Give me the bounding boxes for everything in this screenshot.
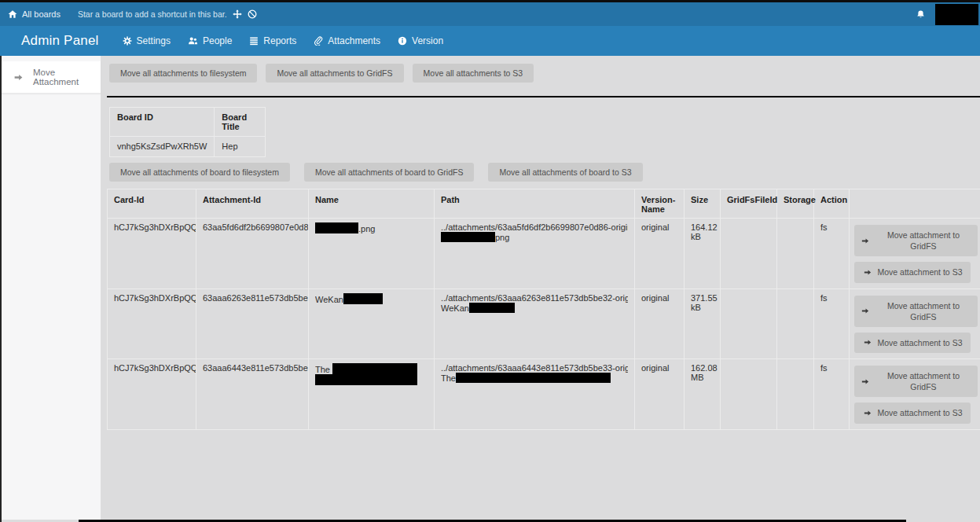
board-title-header: Board Title	[215, 108, 266, 137]
bell-icon[interactable]	[916, 9, 926, 20]
cell-storage	[777, 219, 814, 289]
name-header: Name	[309, 189, 435, 219]
move-all-to-filesystem-button[interactable]: Move all attachments to filesystem	[109, 64, 257, 83]
all-boards-label: All boards	[22, 9, 61, 19]
redacted-text	[456, 373, 611, 383]
cell-path: ../attachments/63aaa6443e811e573db5be33-…	[435, 359, 635, 430]
redacted-text	[332, 363, 417, 374]
cell-card-id: hCJ7kSg3hDXrBpQQa	[108, 289, 196, 359]
attachment-row: hCJ7kSg3hDXrBpQQa63aaa6263e811e573db5be3…	[108, 289, 980, 359]
move-attachment-to-s3-button[interactable]: Move attachment to S3	[854, 262, 971, 282]
cell-action: fs	[814, 219, 850, 289]
tab-version[interactable]: Version	[398, 35, 443, 46]
cell-gridfs-file-id	[721, 289, 777, 359]
sidebar: Move Attachment	[0, 56, 101, 520]
cell-storage	[777, 359, 814, 430]
tab-attachments[interactable]: Attachments	[314, 35, 380, 46]
move-icon[interactable]	[233, 9, 242, 19]
user-menu-redacted[interactable]	[935, 4, 978, 25]
window-left-edge	[0, 56, 2, 522]
ban-icon[interactable]	[248, 9, 257, 19]
attachments-table: Card-Id Attachment-Id Name Path Version-…	[107, 189, 980, 430]
cell-version-name: original	[635, 359, 685, 430]
redacted-text	[315, 374, 417, 385]
cell-gridfs-file-id	[721, 219, 777, 289]
action-header: Action	[814, 189, 850, 219]
board-actions: Move all attachments of board to filesys…	[109, 163, 980, 182]
paperclip-icon	[314, 36, 323, 46]
tab-version-label: Version	[412, 35, 443, 46]
attachments-table-body: hCJ7kSg3hDXrBpQQa63aa5fd6df2b6699807e0d8…	[108, 219, 980, 430]
tab-reports[interactable]: Reports	[249, 35, 296, 46]
board-id-header: Board ID	[110, 108, 215, 137]
all-boards-link[interactable]: All boards	[8, 9, 61, 19]
storage-header: Storage	[777, 189, 814, 219]
move-attachment-to-s3-button[interactable]: Move attachment to S3	[854, 333, 971, 353]
move-board-to-s3-button[interactable]: Move all attachments of board to S3	[488, 163, 642, 182]
cell-attachment-id: 63aaa6443e811e573db5be33	[196, 359, 309, 430]
cell-card-id: hCJ7kSg3hDXrBpQQa	[108, 219, 196, 289]
cell-version-name: original	[635, 289, 685, 359]
cell-name: .png	[309, 219, 435, 289]
board-row: vnhg5KsZsdPwXRh5W Hep	[110, 137, 266, 157]
people-icon	[188, 36, 198, 46]
cell-path: ../attachments/63aaa6263e811e573db5be32-…	[435, 289, 635, 359]
move-board-to-gridfs-button[interactable]: Move all attachments of board to GridFS	[304, 163, 475, 182]
cell-card-id: hCJ7kSg3hDXrBpQQa	[108, 359, 196, 430]
size-header: Size	[685, 189, 721, 219]
redacted-text	[469, 303, 515, 313]
star-board-hint: Star a board to add a shortcut in this b…	[78, 9, 227, 19]
sidebar-item-move-attachment[interactable]: Move Attachment	[0, 61, 101, 94]
redacted-text	[315, 222, 358, 233]
move-board-to-filesystem-button[interactable]: Move all attachments of board to filesys…	[109, 163, 290, 182]
cell-version-name: original	[635, 219, 685, 289]
global-actions: Move all attachments to filesystem Move …	[109, 64, 980, 83]
cell-attachment-id: 63aaa6263e811e573db5be32	[196, 289, 309, 359]
board-title-cell: Hep	[215, 137, 266, 157]
version-name-header: Version-Name	[635, 189, 685, 219]
arrow-right-icon	[861, 307, 870, 315]
board-id-cell: vnhg5KsZsdPwXRh5W	[110, 137, 215, 157]
cell-size: 162.08 MB	[685, 359, 721, 430]
home-icon	[8, 9, 17, 19]
attachment-row: hCJ7kSg3hDXrBpQQa63aa5fd6df2b6699807e0d8…	[108, 219, 980, 289]
cell-action: fs	[814, 289, 850, 359]
cell-row-buttons: Move attachment to GridFSMove attachment…	[850, 219, 980, 289]
tab-settings-label: Settings	[137, 35, 171, 46]
tab-settings[interactable]: Settings	[123, 35, 171, 46]
card-id-header: Card-Id	[108, 189, 196, 219]
tab-people-label: People	[203, 35, 232, 46]
admin-nav: Settings People Reports Attachments Vers…	[123, 35, 444, 46]
arrow-right-icon	[861, 377, 870, 386]
tab-people[interactable]: People	[188, 35, 232, 46]
cell-attachment-id: 63aa5fd6df2b6699807e0d86	[196, 219, 309, 289]
move-attachment-to-gridfs-button[interactable]: Move attachment to GridFS	[854, 366, 978, 397]
cell-size: 164.12 kB	[685, 219, 721, 289]
attachment-row: hCJ7kSg3hDXrBpQQa63aaa6443e811e573db5be3…	[108, 359, 980, 430]
move-attachment-to-gridfs-button[interactable]: Move attachment to GridFS	[854, 225, 978, 256]
move-all-to-gridfs-button[interactable]: Move all attachments to GridFS	[266, 64, 403, 83]
cell-gridfs-file-id	[721, 359, 777, 430]
cell-size: 371.55 kB	[685, 289, 721, 359]
page-title: Admin Panel	[21, 33, 99, 49]
content-area: Move Attachment Move all attachments to …	[0, 56, 980, 520]
path-header: Path	[435, 189, 635, 219]
cell-row-buttons: Move attachment to GridFSMove attachment…	[850, 289, 980, 359]
cell-row-buttons: Move attachment to GridFSMove attachment…	[850, 359, 980, 430]
cell-path: ../attachments/63aa5fd6df2b6699807e0d86-…	[435, 219, 635, 289]
cell-storage	[777, 289, 814, 359]
redacted-text	[343, 293, 383, 304]
main-content: Move all attachments to filesystem Move …	[101, 56, 980, 520]
arrow-right-icon	[861, 237, 870, 245]
list-icon	[249, 36, 259, 46]
gear-icon	[123, 36, 132, 46]
move-attachment-to-s3-button[interactable]: Move attachment to S3	[854, 403, 971, 423]
arrow-right-icon	[863, 409, 872, 417]
move-attachment-to-gridfs-button[interactable]: Move attachment to GridFS	[854, 296, 978, 327]
tab-reports-label: Reports	[263, 35, 296, 46]
arrow-right-icon	[863, 268, 872, 277]
move-all-to-s3-button[interactable]: Move all attachments to S3	[413, 64, 534, 83]
attachments-header-row: Card-Id Attachment-Id Name Path Version-…	[108, 189, 980, 219]
arrow-right-icon	[13, 72, 24, 83]
info-icon	[398, 36, 407, 46]
